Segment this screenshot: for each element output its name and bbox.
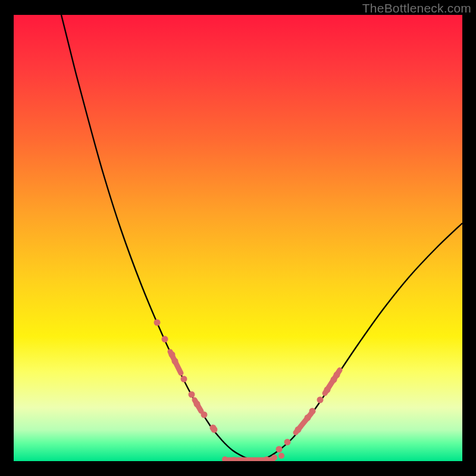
svg-point-14 bbox=[211, 427, 218, 433]
svg-point-22 bbox=[331, 377, 337, 383]
svg-point-21 bbox=[324, 387, 331, 393]
svg-point-8 bbox=[172, 358, 178, 365]
svg-point-28 bbox=[258, 458, 264, 461]
right-curve bbox=[252, 223, 462, 460]
svg-point-27 bbox=[249, 458, 255, 461]
curve-overlay bbox=[14, 15, 462, 461]
svg-point-25 bbox=[231, 457, 237, 461]
svg-point-11 bbox=[194, 401, 201, 408]
svg-point-16 bbox=[284, 439, 291, 446]
svg-point-18 bbox=[305, 415, 311, 421]
chart-area bbox=[14, 15, 462, 461]
svg-point-6 bbox=[162, 336, 168, 343]
svg-point-10 bbox=[189, 392, 195, 398]
svg-point-17 bbox=[295, 427, 302, 433]
svg-point-15 bbox=[276, 446, 283, 453]
svg-line-1 bbox=[195, 400, 201, 411]
svg-point-30 bbox=[271, 455, 277, 461]
left-curve bbox=[61, 15, 252, 460]
marker-dots bbox=[154, 320, 340, 462]
svg-point-23 bbox=[334, 372, 340, 378]
svg-point-24 bbox=[222, 456, 228, 461]
svg-point-31 bbox=[278, 453, 284, 459]
svg-point-19 bbox=[309, 408, 316, 415]
svg-point-5 bbox=[154, 320, 161, 326]
svg-point-7 bbox=[169, 352, 176, 358]
watermark-text: TheBottleneck.com bbox=[362, 1, 471, 15]
svg-point-9 bbox=[181, 376, 187, 383]
svg-point-26 bbox=[240, 458, 246, 461]
svg-point-13 bbox=[210, 425, 217, 431]
svg-line-2 bbox=[296, 414, 311, 433]
svg-point-12 bbox=[201, 412, 208, 418]
svg-point-20 bbox=[317, 397, 324, 403]
marker-segments bbox=[170, 352, 340, 460]
svg-line-0 bbox=[170, 352, 181, 373]
svg-point-29 bbox=[264, 456, 270, 461]
svg-line-3 bbox=[325, 370, 340, 393]
